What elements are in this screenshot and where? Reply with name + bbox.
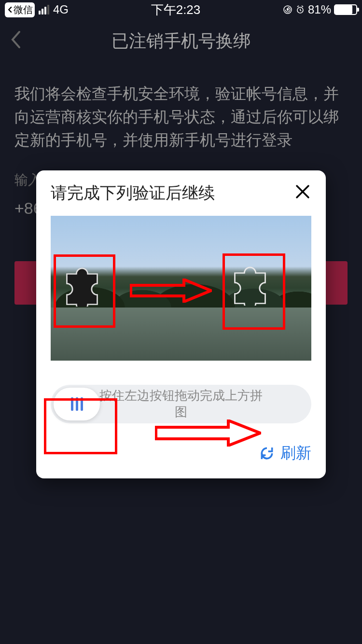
status-bar: 微信 4G 下午2:23 81% bbox=[0, 0, 362, 19]
app-name-label: 微信 bbox=[14, 3, 33, 16]
network-label: 4G bbox=[53, 3, 69, 16]
page-title: 已注销手机号换绑 bbox=[0, 29, 362, 53]
signal-icon bbox=[39, 5, 49, 14]
captcha-image bbox=[51, 216, 311, 361]
alarm-icon bbox=[295, 5, 305, 14]
clock-label: 下午2:23 bbox=[69, 1, 283, 18]
back-to-app-badge[interactable]: 微信 bbox=[5, 2, 35, 17]
captcha-modal: 请完成下列验证后继续 按住左边按钮拖动完成上方拼图 bbox=[36, 170, 326, 478]
annotation-arrow-icon bbox=[130, 279, 212, 303]
svg-rect-1 bbox=[287, 8, 289, 11]
page-description: 我们将会检查手机安全环境，验证帐号信息，并向运营商核实你的手机号状态，通过后你可… bbox=[0, 63, 362, 166]
annotation-box-target bbox=[223, 253, 285, 330]
close-button[interactable] bbox=[294, 182, 311, 204]
nav-header: 已注销手机号换绑 bbox=[0, 19, 362, 63]
battery-pct-label: 81% bbox=[308, 3, 331, 16]
annotation-box-handle bbox=[44, 398, 117, 454]
refresh-label: 刷新 bbox=[280, 443, 311, 464]
captcha-title: 请完成下列验证后继续 bbox=[51, 182, 215, 204]
lock-rotation-icon bbox=[283, 5, 292, 14]
battery-icon bbox=[334, 4, 357, 15]
refresh-icon bbox=[259, 446, 275, 461]
annotation-box-source bbox=[54, 254, 115, 328]
annotation-arrow-slider-icon bbox=[155, 420, 261, 447]
